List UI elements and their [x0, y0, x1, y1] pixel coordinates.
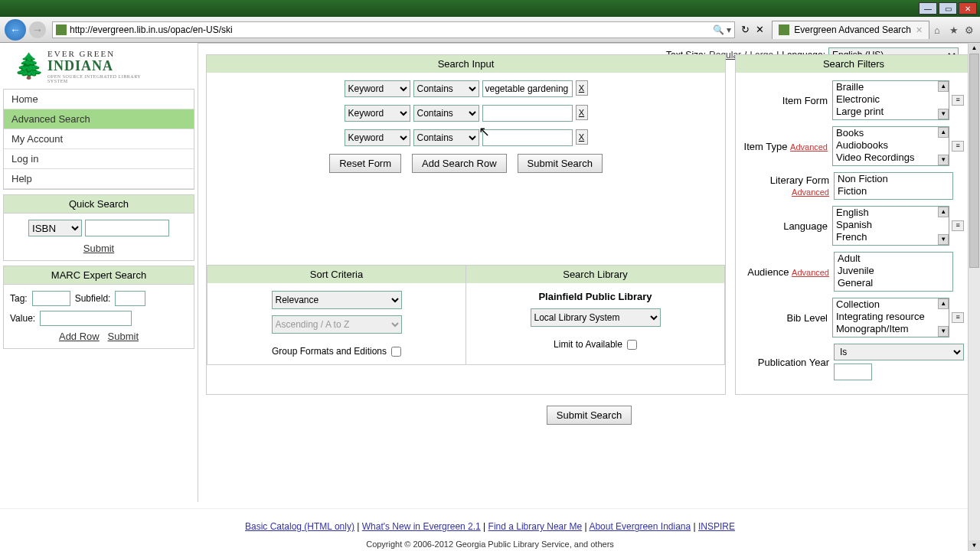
- item-type-list[interactable]: Books Audiobooks Video Recordings ▲ ▼: [832, 126, 949, 166]
- quick-search-submit[interactable]: Submit: [83, 243, 114, 254]
- search-term-input[interactable]: [482, 105, 573, 122]
- scroll-up-icon[interactable]: ▲: [938, 207, 949, 217]
- scroll-down-icon[interactable]: ▼: [938, 155, 949, 165]
- bib-level-list[interactable]: Collection Integrating resource Monograp…: [832, 298, 949, 337]
- expand-icon[interactable]: ≡: [952, 220, 964, 231]
- scroll-down-icon[interactable]: ▼: [938, 234, 949, 245]
- window-close-button[interactable]: ✕: [959, 2, 977, 15]
- language-list[interactable]: English Spanish French ▲ ▼: [832, 206, 949, 246]
- submit-search-button[interactable]: Submit Search: [518, 154, 603, 173]
- marc-tag-label: Tag:: [10, 293, 28, 304]
- group-formats-checkbox[interactable]: [391, 347, 401, 357]
- expand-icon[interactable]: ≡: [952, 141, 964, 152]
- pub-year-input[interactable]: [834, 364, 872, 380]
- bib-level-label: Bib Level: [743, 312, 832, 324]
- marc-add-row[interactable]: Add Row: [59, 331, 100, 342]
- favorites-icon[interactable]: ★: [949, 24, 960, 35]
- remove-row-button[interactable]: X: [576, 129, 588, 145]
- footer-about[interactable]: About Evergreen Indiana: [589, 521, 691, 532]
- library-scope-select[interactable]: Local Library System: [531, 308, 661, 327]
- marc-subfield-label: Subfield:: [75, 293, 111, 304]
- search-term-input[interactable]: [482, 129, 573, 146]
- audience-label: Audience: [747, 266, 789, 278]
- address-bar[interactable]: http://evergreen.lib.in.us/opac/en-US/sk…: [52, 21, 735, 38]
- audience-list[interactable]: Adult Juvenile General: [834, 252, 953, 292]
- url-text: http://evergreen.lib.in.us/opac/en-US/sk…: [70, 24, 233, 35]
- marc-subfield-input[interactable]: [115, 291, 145, 306]
- search-field-select[interactable]: Keyword: [345, 129, 410, 146]
- search-match-select[interactable]: Contains: [413, 80, 479, 97]
- quick-search-type[interactable]: ISBN: [28, 220, 82, 236]
- search-icon[interactable]: 🔍 ▾: [713, 24, 731, 35]
- footer-find-library[interactable]: Find a Library Near Me: [488, 521, 583, 532]
- limit-available-label: Limit to Available: [554, 339, 622, 350]
- scroll-up-icon[interactable]: ▲: [969, 43, 980, 54]
- search-field-select[interactable]: Keyword: [345, 80, 410, 97]
- library-name: Plainfield Public Library: [474, 291, 717, 302]
- scroll-thumb[interactable]: [969, 54, 979, 268]
- literary-form-advanced[interactable]: Advanced: [792, 187, 829, 197]
- tree-icon: 🌲: [14, 51, 44, 80]
- site-favicon: [56, 24, 67, 35]
- add-search-row-button[interactable]: Add Search Row: [412, 154, 507, 173]
- footer-whats-new[interactable]: What's New in Evergreen 2.1: [362, 521, 481, 532]
- scroll-down-icon[interactable]: ▼: [938, 326, 949, 337]
- literary-form-list[interactable]: Non Fiction Fiction: [834, 172, 953, 200]
- search-row: Keyword Contains X: [214, 129, 717, 146]
- audience-advanced[interactable]: Advanced: [792, 268, 829, 277]
- search-term-input[interactable]: [482, 80, 573, 97]
- home-icon[interactable]: ⌂: [934, 24, 945, 35]
- submit-search-bottom-button[interactable]: Submit Search: [547, 406, 632, 425]
- tab-close-icon[interactable]: ✕: [916, 25, 923, 35]
- quick-search-input[interactable]: [85, 220, 169, 236]
- nav-help[interactable]: Help: [4, 169, 194, 189]
- nav-my-account[interactable]: My Account: [4, 129, 194, 149]
- limit-available-checkbox[interactable]: [627, 340, 637, 350]
- language-filter-label: Language: [743, 220, 832, 232]
- search-row: Keyword Contains X: [214, 80, 717, 97]
- sort-criteria-header: Sort Criteria: [207, 266, 466, 283]
- marc-tag-input[interactable]: [32, 291, 70, 306]
- stop-icon[interactable]: ✕: [756, 24, 764, 35]
- search-match-select[interactable]: Contains: [413, 105, 479, 122]
- scroll-down-icon[interactable]: ▼: [938, 109, 949, 119]
- pub-year-operator[interactable]: Is: [834, 344, 964, 360]
- footer-inspire[interactable]: INSPIRE: [698, 521, 735, 532]
- pub-year-label: Publication Year: [743, 357, 834, 368]
- search-library-header: Search Library: [466, 266, 724, 283]
- nav-home[interactable]: Home: [4, 90, 194, 109]
- sort-by-select[interactable]: Relevance: [272, 291, 402, 309]
- forward-button[interactable]: →: [29, 21, 46, 38]
- tab-title: Evergreen Advanced Search: [794, 24, 911, 35]
- marc-search-header: MARC Expert Search: [4, 266, 194, 285]
- back-button[interactable]: ←: [5, 19, 26, 41]
- logo[interactable]: 🌲 EVER GREEN INDIANA OPEN SOURCE INTEGRA…: [3, 43, 194, 89]
- item-form-list[interactable]: Braille Electronic Large print ▲ ▼: [832, 80, 949, 120]
- expand-icon[interactable]: ≡: [952, 95, 964, 106]
- remove-row-button[interactable]: X: [576, 80, 588, 96]
- marc-value-input[interactable]: [40, 311, 132, 326]
- search-filters-header: Search Filters: [736, 55, 972, 73]
- scroll-up-icon[interactable]: ▲: [938, 298, 949, 309]
- page-scrollbar[interactable]: ▲ ▼: [968, 43, 980, 549]
- marc-submit[interactable]: Submit: [108, 331, 139, 342]
- expand-icon[interactable]: ≡: [952, 312, 964, 323]
- search-field-select[interactable]: Keyword: [345, 105, 410, 122]
- literary-form-label: Literary Form: [770, 174, 829, 186]
- search-match-select[interactable]: Contains: [413, 129, 479, 146]
- tab-favicon: [779, 24, 789, 35]
- refresh-icon[interactable]: ↻: [741, 24, 750, 35]
- item-type-advanced[interactable]: Advanced: [790, 142, 828, 152]
- nav-login[interactable]: Log in: [4, 149, 194, 169]
- nav-advanced-search[interactable]: Advanced Search: [4, 109, 194, 129]
- footer-basic-catalog[interactable]: Basic Catalog (HTML only): [245, 521, 354, 532]
- reset-form-button[interactable]: Reset Form: [329, 154, 401, 173]
- tools-icon[interactable]: ⚙: [965, 24, 975, 35]
- scroll-down-icon[interactable]: ▼: [969, 540, 980, 549]
- quick-search-header: Quick Search: [4, 195, 194, 214]
- window-maximize-button[interactable]: ▭: [939, 2, 957, 15]
- window-minimize-button[interactable]: —: [919, 2, 937, 15]
- remove-row-button[interactable]: X: [576, 105, 588, 120]
- scroll-up-icon[interactable]: ▲: [938, 127, 949, 138]
- scroll-up-icon[interactable]: ▲: [938, 81, 949, 92]
